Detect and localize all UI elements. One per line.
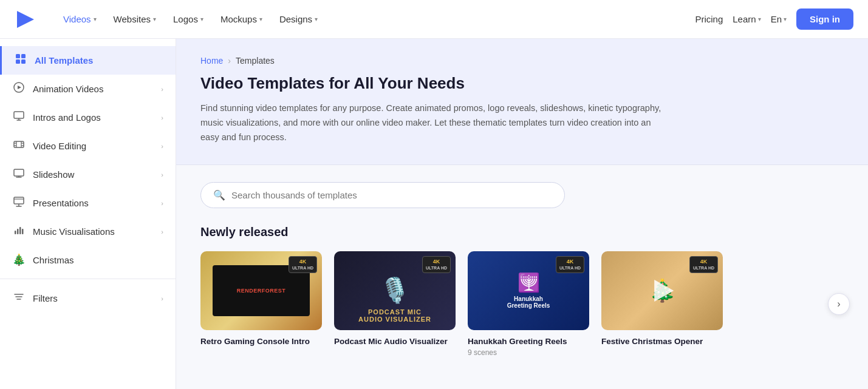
- chevron-down-icon: ▾: [784, 16, 787, 22]
- chevron-right-icon: ›: [161, 228, 163, 235]
- card-title-hanukkah: Hanukkah Greeting Reels: [468, 336, 589, 347]
- search-area: 🔍: [176, 165, 868, 208]
- breadcrumb-current: Templates: [236, 56, 275, 66]
- filter-icon: [12, 291, 26, 305]
- svg-rect-3: [16, 59, 20, 64]
- next-button[interactable]: ›: [828, 293, 850, 315]
- sidebar-item-video-editing[interactable]: Video Editing ›: [0, 132, 176, 160]
- film-icon: [12, 139, 26, 153]
- present-icon: [12, 196, 26, 210]
- sidebar-item-all-templates[interactable]: All Templates: [0, 46, 176, 75]
- svg-rect-17: [14, 169, 24, 176]
- sidebar-label-all-templates: All Templates: [35, 55, 163, 66]
- card-thumbnail-christmas: 4K ULTRA HD 🎄: [601, 251, 723, 330]
- search-icon: 🔍: [213, 189, 225, 201]
- nav-websites[interactable]: Websites ▾: [106, 9, 163, 29]
- svg-rect-10: [14, 141, 24, 147]
- card-thumbnail-hanukkah: 4K ULTRA HD ✦ ✦ ✦ 🕎 HanukkahGreeting Ree…: [468, 251, 589, 330]
- nav-mockups[interactable]: Mockups ▾: [213, 9, 270, 29]
- breadcrumb-separator: ›: [228, 56, 231, 66]
- sidebar-label-filters: Filters: [33, 293, 154, 303]
- sidebar: All Templates Animation Videos › Intros …: [0, 39, 176, 389]
- sidebar-item-music-visualisations[interactable]: Music Visualisations ›: [0, 217, 176, 246]
- sidebar-label-animation-videos: Animation Videos: [33, 84, 154, 94]
- svg-marker-0: [17, 11, 34, 28]
- breadcrumb-home[interactable]: Home: [200, 56, 223, 66]
- header: Videos ▾ Websites ▾ Logos ▾ Mockups ▾ De…: [0, 0, 868, 39]
- chevron-right-icon: ›: [161, 295, 163, 302]
- card-thumbnail-retro: 4K ULTRA HD RENDERFOREST: [200, 251, 322, 330]
- chevron-right-icon: ›: [161, 143, 163, 150]
- svg-rect-2: [21, 54, 26, 58]
- sidebar-item-filters[interactable]: Filters ›: [0, 284, 176, 313]
- chevron-down-icon: ▾: [315, 16, 318, 22]
- mic-icon: 🎙️: [380, 276, 410, 305]
- monitor-icon: [12, 110, 26, 124]
- music-icon: [12, 225, 26, 238]
- badge-4k: 4K ULTRA HD: [689, 256, 718, 273]
- nav-logos[interactable]: Logos ▾: [166, 9, 211, 29]
- svg-rect-24: [15, 231, 16, 234]
- language-selector[interactable]: En ▾: [771, 14, 787, 24]
- chevron-right-icon: ›: [161, 114, 163, 121]
- chevron-down-icon: ▾: [200, 16, 203, 22]
- chevron-down-icon: ▾: [758, 16, 761, 22]
- page-layout: All Templates Animation Videos › Intros …: [0, 39, 868, 389]
- sidebar-item-slideshow[interactable]: Slideshow ›: [0, 160, 176, 189]
- breadcrumb: Home › Templates: [200, 56, 844, 66]
- sidebar-item-animation-videos[interactable]: Animation Videos ›: [0, 75, 176, 103]
- header-right: Pricing Learn ▾ En ▾ Sign in: [695, 8, 853, 30]
- badge-4k: 4K ULTRA HD: [289, 256, 317, 273]
- chevron-down-icon: ▾: [94, 16, 97, 22]
- svg-rect-1: [16, 54, 20, 58]
- sidebar-label-music-visualisations: Music Visualisations: [33, 226, 154, 237]
- sidebar-label-presentations: Presentations: [33, 198, 154, 208]
- nav-designs[interactable]: Designs ▾: [272, 9, 325, 29]
- svg-rect-7: [14, 112, 24, 118]
- cards-row: 4K ULTRA HD RENDERFOREST Retro Gaming Co…: [200, 251, 844, 357]
- svg-rect-27: [22, 229, 24, 234]
- card-hanukkah[interactable]: 4K ULTRA HD ✦ ✦ ✦ 🕎 HanukkahGreeting Ree…: [468, 251, 589, 357]
- search-box: 🔍: [200, 182, 565, 208]
- svg-rect-26: [19, 227, 21, 234]
- chevron-right-icon: ›: [161, 86, 163, 93]
- menorah-icon: 🕎: [518, 272, 540, 293]
- retro-label: RENDERFOREST: [237, 288, 286, 294]
- card-title-christmas: Festive Christmas Opener: [601, 336, 723, 347]
- main-content: Home › Templates Video Templates for All…: [176, 39, 868, 389]
- nav-videos[interactable]: Videos ▾: [56, 9, 104, 29]
- pricing-link[interactable]: Pricing: [695, 14, 723, 24]
- sidebar-label-slideshow: Slideshow: [33, 169, 154, 180]
- svg-rect-20: [14, 197, 24, 204]
- grid-icon: [14, 53, 27, 67]
- card-christmas[interactable]: 4K ULTRA HD 🎄 Festive Christmas Opener: [601, 251, 723, 347]
- sidebar-divider: [0, 279, 176, 279]
- podcast-text: PODCAST MICAUDIO VISUALIZER: [340, 308, 449, 323]
- sidebar-label-video-editing: Video Editing: [33, 141, 154, 151]
- banner-description: Find stunning video templates for any pu…: [200, 101, 662, 145]
- page-title: Video Templates for All Your Needs: [200, 74, 844, 93]
- hanukkah-text: HanukkahGreeting Reels: [502, 296, 555, 309]
- sidebar-item-christmas[interactable]: 🎄 Christmas: [0, 246, 176, 274]
- card-podcast[interactable]: 4K ULTRA HD 🎙️ PODCAST MICAUDIO VISUALIZ…: [334, 251, 456, 347]
- card-thumbnail-podcast: 4K ULTRA HD 🎙️ PODCAST MICAUDIO VISUALIZ…: [334, 251, 456, 330]
- search-input[interactable]: [231, 190, 552, 200]
- sign-in-button[interactable]: Sign in: [796, 8, 853, 30]
- card-title-podcast: Podcast Mic Audio Visualizer: [334, 336, 456, 347]
- section-title-newly-released: Newly released: [200, 225, 844, 239]
- svg-rect-25: [17, 229, 19, 234]
- sidebar-item-presentations[interactable]: Presentations ›: [0, 189, 176, 217]
- play-icon: [12, 82, 26, 96]
- logo[interactable]: [15, 8, 36, 30]
- christmas-tree-icon: 🎄: [12, 253, 26, 266]
- chevron-right-icon: ›: [161, 171, 163, 178]
- badge-4k: 4K ULTRA HD: [556, 256, 584, 273]
- sidebar-label-christmas: Christmas: [33, 255, 163, 265]
- banner: Home › Templates Video Templates for All…: [176, 39, 868, 165]
- card-retro-gaming[interactable]: 4K ULTRA HD RENDERFOREST Retro Gaming Co…: [200, 251, 322, 347]
- learn-dropdown[interactable]: Learn ▾: [733, 14, 760, 24]
- sidebar-item-intros-logos[interactable]: Intros and Logos ›: [0, 103, 176, 132]
- svg-rect-4: [21, 59, 26, 64]
- slideshow-icon: [12, 167, 26, 181]
- logo-icon: [15, 8, 36, 30]
